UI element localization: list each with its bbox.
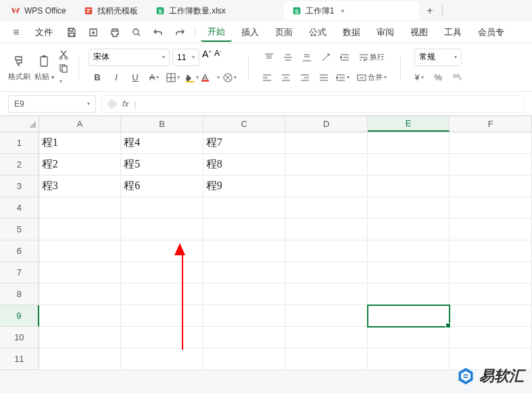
format-painter-icon[interactable] [10, 53, 29, 70]
preview-icon[interactable] [127, 23, 146, 42]
menu-review[interactable]: 审阅 [370, 23, 401, 42]
hamburger-icon[interactable]: ≡ [7, 23, 26, 42]
cell-a2[interactable]: 程2 [39, 154, 122, 176]
col-header-c[interactable]: C [203, 116, 286, 132]
menu-tools[interactable]: 工具 [437, 23, 468, 42]
cell-b3[interactable]: 程6 [121, 176, 203, 197]
font-color-icon[interactable]: A [202, 69, 220, 86]
cut-icon[interactable] [58, 49, 69, 60]
cell-b10[interactable] [121, 327, 203, 348]
menu-file[interactable]: 文件 [28, 23, 59, 42]
comma-icon[interactable]: ⁰⁰₀ [448, 69, 466, 86]
cell-f2[interactable] [450, 154, 532, 176]
cell-c8[interactable] [203, 284, 286, 305]
cell-c3[interactable]: 程9 [203, 176, 286, 197]
align-right-icon[interactable] [296, 69, 314, 86]
cell-b8[interactable] [121, 284, 203, 305]
clear-format-icon[interactable] [221, 69, 239, 86]
cell-d6[interactable] [285, 240, 368, 262]
bold-icon[interactable]: B [89, 69, 106, 86]
cell-a9[interactable] [39, 305, 122, 327]
fx-label[interactable]: fx [122, 99, 128, 109]
cell-b6[interactable] [121, 240, 203, 262]
cell-a5[interactable] [39, 219, 122, 240]
row-header[interactable]: 2 [0, 154, 39, 176]
justify-icon[interactable] [315, 69, 333, 86]
cell-e1[interactable] [368, 132, 450, 154]
formula-input[interactable]: fx | [101, 95, 524, 113]
border-icon[interactable] [164, 69, 182, 86]
cell-b7[interactable] [121, 262, 203, 284]
row-header[interactable]: 10 [0, 327, 39, 348]
redo-icon[interactable] [170, 23, 189, 42]
cell-b5[interactable] [121, 219, 203, 240]
tab-shell[interactable]: 找稻壳模板 [76, 1, 146, 20]
save-icon[interactable] [62, 23, 81, 42]
cell-c5[interactable] [203, 219, 286, 240]
cell-e11[interactable] [368, 348, 450, 370]
cell-a8[interactable] [39, 284, 122, 305]
menu-start[interactable]: 开始 [201, 23, 232, 42]
cell-d4[interactable] [285, 197, 368, 219]
cell-d8[interactable] [285, 284, 368, 305]
cell-e4[interactable] [368, 197, 450, 219]
cell-e3[interactable] [368, 176, 450, 197]
menu-data[interactable]: 数据 [336, 23, 367, 42]
cell-f6[interactable] [450, 240, 532, 262]
row-header[interactable]: 9 [0, 305, 39, 327]
cell-a3[interactable]: 程3 [39, 176, 122, 197]
cell-f9[interactable] [450, 305, 532, 327]
menu-view[interactable]: 视图 [404, 23, 435, 42]
cell-b9[interactable] [121, 305, 203, 327]
cell-f3[interactable] [450, 176, 532, 197]
cell-d11[interactable] [285, 348, 368, 370]
tab-file1[interactable]: S 工作簿数量.xlsx [147, 1, 283, 20]
print-icon[interactable] [105, 23, 124, 42]
cell-c6[interactable] [203, 240, 286, 262]
cell-c11[interactable] [203, 348, 286, 370]
cell-a4[interactable] [39, 197, 122, 219]
cell-c10[interactable] [203, 327, 286, 348]
cell-e8[interactable] [368, 284, 450, 305]
currency-icon[interactable]: ¥ [410, 69, 428, 86]
cell-c2[interactable]: 程8 [203, 154, 286, 176]
col-header-b[interactable]: B [121, 116, 203, 132]
menu-insert[interactable]: 插入 [235, 23, 266, 42]
cell-d7[interactable] [285, 262, 368, 284]
cell-c7[interactable] [203, 262, 286, 284]
cell-d9[interactable] [285, 305, 368, 327]
align-center-icon[interactable] [277, 69, 295, 86]
cell-b4[interactable] [121, 197, 203, 219]
tab-file2[interactable]: S 工作簿1 • [284, 1, 419, 20]
percent-icon[interactable]: % [429, 69, 447, 86]
cell-e10[interactable] [368, 327, 450, 348]
cell-e7[interactable] [368, 262, 450, 284]
number-format-select[interactable]: 常规▾ [414, 49, 462, 66]
cell-d5[interactable] [285, 219, 368, 240]
undo-icon[interactable] [149, 23, 168, 42]
export-icon[interactable] [84, 23, 103, 42]
copy-icon[interactable] [58, 63, 69, 86]
cell-f1[interactable] [450, 132, 532, 154]
row-header[interactable]: 8 [0, 284, 39, 305]
align-middle-icon[interactable] [279, 49, 297, 66]
cell-a11[interactable] [39, 348, 122, 370]
cancel-formula-icon[interactable] [107, 99, 117, 109]
paste-icon[interactable] [35, 53, 54, 70]
cell-a7[interactable] [39, 262, 122, 284]
menu-page[interactable]: 页面 [268, 23, 299, 42]
cell-f7[interactable] [450, 262, 532, 284]
cell-e2[interactable] [368, 154, 450, 176]
align-bottom-icon[interactable] [298, 49, 316, 66]
row-header[interactable]: 5 [0, 219, 39, 240]
row-header[interactable]: 4 [0, 197, 39, 219]
strike-icon[interactable]: A [145, 69, 163, 86]
orientation-icon[interactable] [317, 49, 335, 66]
font-size-select[interactable]: 11▾ [172, 49, 199, 66]
row-header[interactable]: 1 [0, 132, 39, 154]
increase-font-icon[interactable]: A+ [202, 49, 212, 66]
merge-button[interactable]: 合并 [353, 69, 391, 86]
decrease-font-icon[interactable]: A- [214, 49, 221, 66]
row-header[interactable]: 6 [0, 240, 39, 262]
cell-c4[interactable] [203, 197, 286, 219]
